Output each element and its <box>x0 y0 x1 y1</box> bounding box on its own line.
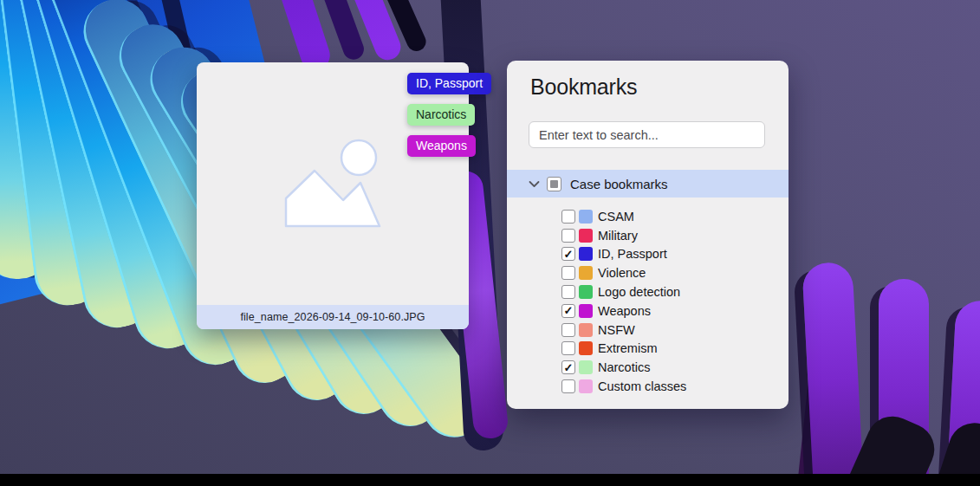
search-input[interactable] <box>529 121 765 148</box>
color-swatch <box>579 229 593 243</box>
tree-root-checkbox[interactable] <box>547 177 561 191</box>
bookmark-label: NSFW <box>598 323 635 337</box>
image-placeholder-icon <box>282 138 383 230</box>
bookmark-row[interactable]: Logo detection <box>561 282 686 301</box>
color-swatch <box>579 323 593 337</box>
bookmark-checkbox[interactable] <box>561 210 575 224</box>
bookmark-row[interactable]: Custom classes <box>561 377 686 396</box>
tag-chip[interactable]: Narcotics <box>407 104 475 126</box>
image-card[interactable]: ID, PassportNarcoticsWeapons file_name_2… <box>197 62 469 329</box>
color-swatch <box>579 266 593 280</box>
bookmark-row[interactable]: ✓ Weapons <box>561 301 686 321</box>
bookmark-checkbox[interactable] <box>561 323 575 337</box>
tag-list: ID, PassportNarcoticsWeapons <box>407 73 491 157</box>
bookmark-label: Weapons <box>598 304 651 318</box>
color-swatch <box>579 285 593 299</box>
checkmark-icon: ✓ <box>564 361 574 373</box>
bookmark-checkbox[interactable] <box>561 341 575 355</box>
bookmark-checkbox[interactable] <box>561 266 575 280</box>
bookmark-label: Extremism <box>598 341 657 355</box>
desktop: ID, PassportNarcoticsWeapons file_name_2… <box>0 0 980 486</box>
bookmark-row[interactable]: Military <box>561 226 686 245</box>
bookmark-label: Military <box>598 229 638 243</box>
indeterminate-mark <box>550 180 558 188</box>
color-swatch <box>579 247 593 261</box>
bookmark-label: CSAM <box>598 210 634 224</box>
filename-bar: file_name_2026-09-14_09-10-60.JPG <box>197 305 469 329</box>
color-swatch <box>579 210 593 224</box>
bookmark-label: Custom classes <box>598 379 686 393</box>
bookmarks-panel: Bookmarks Case bookmarks CSAM Military ✓… <box>507 61 789 409</box>
tree-root-row[interactable]: Case bookmarks <box>507 170 789 198</box>
bookmark-checkbox[interactable] <box>561 285 575 299</box>
bookmark-checkbox[interactable] <box>561 229 575 243</box>
bookmark-checkbox[interactable]: ✓ <box>561 360 575 374</box>
bookmark-label: ID, Passport <box>598 247 667 261</box>
bookmark-row[interactable]: NSFW <box>561 321 686 340</box>
bookmark-row[interactable]: ✓ ID, Passport <box>561 245 686 264</box>
bookmark-label: Narcotics <box>598 360 650 374</box>
tree-root-label: Case bookmarks <box>570 177 668 191</box>
tag-chip[interactable]: Weapons <box>407 135 476 157</box>
bookmark-label: Logo detection <box>598 285 680 299</box>
bookmark-checkbox[interactable]: ✓ <box>561 247 575 261</box>
bookmark-checkbox[interactable]: ✓ <box>561 304 575 318</box>
tag-chip[interactable]: ID, Passport <box>407 73 491 94</box>
bookmark-row[interactable]: Extremism <box>561 340 686 359</box>
color-swatch <box>579 360 593 374</box>
color-swatch <box>579 341 593 355</box>
bookmark-checkbox[interactable] <box>561 379 575 393</box>
bottom-black-bar <box>0 474 980 486</box>
bookmark-label: Violence <box>598 266 646 280</box>
filename: file_name_2026-09-14_09-10-60.JPG <box>240 311 425 323</box>
color-swatch <box>579 379 593 393</box>
bookmark-list: CSAM Military ✓ ID, Passport Violence Lo… <box>561 207 686 396</box>
color-swatch <box>579 304 593 318</box>
bookmark-row[interactable]: ✓ Narcotics <box>561 358 686 377</box>
checkmark-icon: ✓ <box>564 305 574 316</box>
checkmark-icon: ✓ <box>564 248 574 259</box>
panel-title: Bookmarks <box>530 75 637 100</box>
wallpaper-blade <box>802 262 866 486</box>
chevron-down-icon[interactable] <box>529 180 540 188</box>
bookmark-row[interactable]: Violence <box>561 263 686 282</box>
bookmark-row[interactable]: CSAM <box>561 207 686 226</box>
